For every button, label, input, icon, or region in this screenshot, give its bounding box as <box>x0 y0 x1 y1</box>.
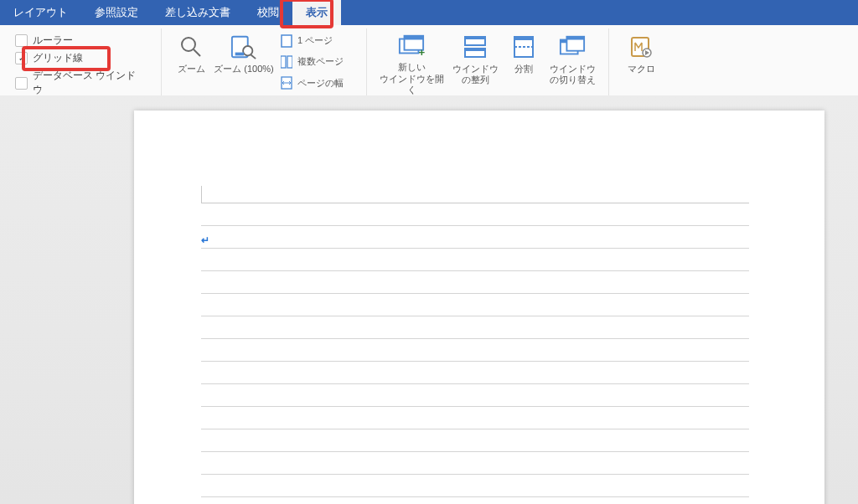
svg-rect-5 <box>235 53 244 56</box>
macro-icon <box>628 33 654 60</box>
svg-line-4 <box>251 54 256 59</box>
pagewidth-icon <box>281 76 292 90</box>
unchecked-box-icon <box>15 77 28 90</box>
arrange-button[interactable]: ウインドウ の整列 <box>447 28 503 95</box>
gridlines-area <box>201 203 749 504</box>
onepage-button[interactable]: 1 ページ <box>281 33 353 49</box>
tab-review[interactable]: 校閲 <box>244 0 292 25</box>
newwindow-label: 新しい ウインドウを開く <box>375 62 447 95</box>
multipage-label: 複数ページ <box>297 55 344 68</box>
svg-point-3 <box>243 46 252 55</box>
zoom100-button[interactable]: ズーム (100%) <box>212 28 276 95</box>
svg-rect-20 <box>514 37 533 40</box>
split-icon <box>510 33 537 60</box>
svg-rect-6 <box>282 35 292 47</box>
page-view-column: 1 ページ 複数ページ ページの幅 <box>276 28 358 95</box>
margin-mark <box>201 186 202 203</box>
split-label: 分割 <box>514 64 533 75</box>
group-show: ルーラー ✓ グリッド線 データベース ウインドウ <box>0 28 162 95</box>
group-macro: マクロ <box>609 28 673 95</box>
checkbox-ruler[interactable]: ルーラー <box>12 32 146 49</box>
checkbox-ruler-label: ルーラー <box>33 33 73 48</box>
multipage-button[interactable]: 複数ページ <box>281 54 353 69</box>
newwindow-button[interactable]: + 新しい ウインドウを開く <box>375 28 447 95</box>
checked-box-icon: ✓ <box>15 52 28 64</box>
split-button[interactable]: 分割 <box>503 28 545 95</box>
arrange-icon <box>462 33 488 60</box>
text-cursor: ↵ <box>201 234 209 246</box>
pagewidth-button[interactable]: ページの幅 <box>281 75 353 90</box>
tab-view[interactable]: 表示 <box>292 0 341 25</box>
svg-rect-8 <box>287 56 292 68</box>
macro-label: マクロ <box>628 64 655 75</box>
document-workspace: ↵ <box>0 95 858 504</box>
arrange-label: ウインドウ の整列 <box>452 64 499 85</box>
switch-window-icon <box>559 33 586 60</box>
tab-layout[interactable]: レイアウト <box>0 0 81 25</box>
switchwindow-label: ウインドウ の切り替え <box>550 64 596 85</box>
svg-rect-7 <box>281 56 286 68</box>
svg-rect-24 <box>566 37 584 40</box>
checkbox-gridlines-label: グリッド線 <box>33 51 83 65</box>
unchecked-box-icon <box>15 34 28 47</box>
group-window: + 新しい ウインドウを開く ウインドウ の整列 分割 ウインドウ の切り替え <box>367 28 609 95</box>
onepage-label: 1 ページ <box>297 34 333 47</box>
zoom-button-label: ズーム <box>178 64 205 75</box>
checkbox-gridlines[interactable]: ✓ グリッド線 <box>12 49 146 67</box>
group-zoom: ズーム ズーム (100%) 1 ページ 複数ページ ページの幅 <box>162 28 367 95</box>
ribbon: ルーラー ✓ グリッド線 データベース ウインドウ ズーム ズーム (100%) <box>0 25 858 96</box>
onepage-icon <box>281 34 292 48</box>
switchwindow-button[interactable]: ウインドウ の切り替え <box>545 28 600 95</box>
svg-rect-17 <box>465 49 485 51</box>
multipage-icon <box>281 55 292 69</box>
page[interactable]: ↵ <box>134 111 824 504</box>
svg-point-0 <box>182 38 195 51</box>
tab-mailmerge[interactable]: 差し込み文書 <box>152 0 244 25</box>
new-window-icon: + <box>398 33 425 59</box>
zoom-button[interactable]: ズーム <box>170 28 212 95</box>
ribbon-tabs: レイアウト 参照設定 差し込み文書 校閲 表示 <box>0 0 858 25</box>
pagewidth-label: ページの幅 <box>297 77 344 90</box>
svg-text:+: + <box>418 46 425 59</box>
zoom100-button-label: ズーム (100%) <box>214 64 274 75</box>
checkbox-dbwindow[interactable]: データベース ウインドウ <box>12 67 146 99</box>
tab-references[interactable]: 参照設定 <box>81 0 152 25</box>
svg-rect-12 <box>405 36 424 40</box>
macro-button[interactable]: マクロ <box>618 28 664 95</box>
checkbox-dbwindow-label: データベース ウインドウ <box>33 69 146 97</box>
svg-rect-15 <box>465 37 485 39</box>
magnifier-icon <box>178 33 204 60</box>
svg-line-1 <box>194 49 200 56</box>
page-magnifier-icon <box>230 33 257 60</box>
